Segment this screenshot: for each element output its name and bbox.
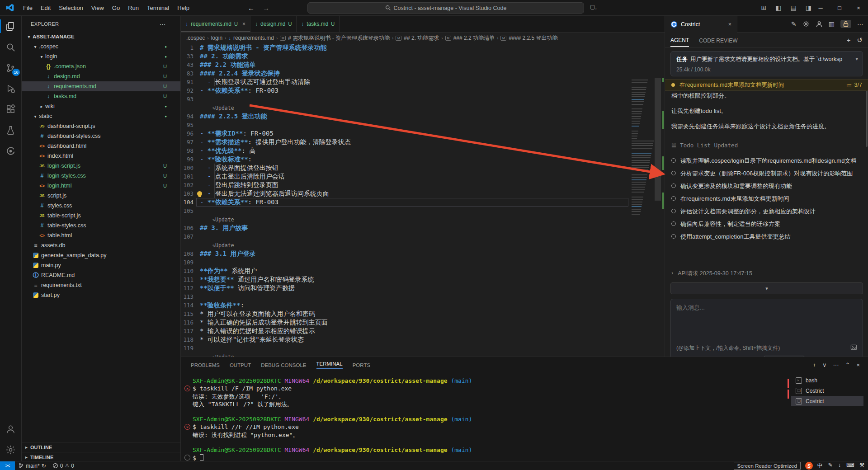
file-table.html[interactable]: <>table.html xyxy=(22,230,180,240)
file-script.js[interactable]: JSscript.js xyxy=(22,191,180,201)
todo-item[interactable]: 读取并理解.cospec/login目录下的requirements.md和de… xyxy=(671,156,858,165)
activity-testing[interactable] xyxy=(0,120,22,141)
breadcrumb-item[interactable]: .cospec xyxy=(186,35,205,41)
file-login-script.js[interactable]: JSlogin-script.jsU xyxy=(22,161,180,171)
git-branch-item[interactable]: main* ↻ xyxy=(15,461,49,470)
new-terminal-icon[interactable]: + xyxy=(812,362,816,368)
panel-tab-terminal[interactable]: TERMINAL xyxy=(316,361,343,369)
breadcrumb[interactable]: .cospec›login›↓requirements.md›M# 需求规格说明… xyxy=(181,33,665,43)
file-tasks.md[interactable]: ↓tasks.mdU xyxy=(22,91,180,101)
codelens-update-link[interactable]: ✎Update xyxy=(212,216,234,223)
toggle-panel-icon[interactable]: ▤ xyxy=(791,4,797,11)
file-.cometa.json[interactable]: {}.cometa.jsonU xyxy=(22,61,180,71)
breadcrumb-item[interactable]: requirements.md xyxy=(233,35,274,41)
file-table-styles.css[interactable]: #table-styles.css xyxy=(22,221,180,230)
customize-layout-icon[interactable]: ⊞ xyxy=(761,4,767,11)
screen-reader-button[interactable]: Screen Reader Optimized xyxy=(734,462,801,470)
menu-go[interactable]: Go xyxy=(108,3,124,13)
codelens-update-link[interactable]: ✎Update xyxy=(212,242,234,249)
file-index.html[interactable]: <>index.html xyxy=(22,151,180,161)
activity-account[interactable] xyxy=(0,418,22,439)
menu-edit[interactable]: Edit xyxy=(37,3,55,13)
sogou-ime-icon[interactable]: S xyxy=(805,462,813,470)
file-requirements.txt[interactable]: ≡requirements.txt xyxy=(22,280,180,290)
attach-image-icon[interactable] xyxy=(850,344,857,352)
tab-tasks.md[interactable]: ↓tasks.mdU xyxy=(297,16,340,32)
api-request-row[interactable]: › API请求 2025-09-30 17:47:15 xyxy=(671,270,752,277)
terminal-instance-costrict[interactable]: ❏Costrict xyxy=(791,396,863,406)
expand-collapse-bar[interactable]: ▾ xyxy=(670,282,863,294)
breadcrumb-item[interactable]: # 需求规格说明书 - 资产管理系统登录功能 xyxy=(288,34,390,42)
breadcrumb-item[interactable]: ## 2. 功能需求 xyxy=(404,34,439,42)
lock-icon[interactable] xyxy=(840,20,851,28)
panel-tab-ports[interactable]: PORTS xyxy=(353,362,370,368)
tab-code-review[interactable]: CODE REVIEW xyxy=(699,34,737,47)
menu-run[interactable]: Run xyxy=(124,3,143,13)
file-styles.css[interactable]: #styles.css xyxy=(22,201,180,211)
minimize-button[interactable]: ─ xyxy=(811,0,830,15)
terminal-instance-costrict[interactable]: ❏Costrict xyxy=(791,385,863,396)
folder-ASSET-MANAGE[interactable]: ▾ASSET-MANAGE xyxy=(22,32,180,42)
outline-section[interactable]: ▸ OUTLINE xyxy=(22,442,181,452)
file-README.md[interactable]: ⓘREADME.md xyxy=(22,270,180,280)
menu-file[interactable]: File xyxy=(19,3,37,13)
task-card[interactable]: 任务 用户更新了需求文档请更新相应的设计文档。基于 `d:\worksp ▾ 2… xyxy=(670,51,863,76)
activity-search[interactable] xyxy=(0,37,22,57)
activity-source-control[interactable]: 16 xyxy=(0,57,22,78)
ime-keyboard-icon[interactable]: ⌨ xyxy=(846,462,854,470)
account-icon[interactable] xyxy=(816,20,823,28)
costrict-panel-tab[interactable]: Costrict × xyxy=(665,16,737,33)
activity-run-debug[interactable] xyxy=(0,78,22,99)
explorer-more-actions-icon[interactable]: ⋯ xyxy=(160,20,166,28)
ime-toolbar[interactable]: 中✎↓⌨⚒ xyxy=(817,462,864,470)
activity-extensions[interactable] xyxy=(0,99,22,120)
close-panel-icon[interactable]: × xyxy=(856,362,860,368)
file-main.py[interactable]: main.py xyxy=(22,260,180,270)
folder-.cospec[interactable]: ▾.cospec● xyxy=(22,42,180,52)
breadcrumb-item[interactable]: ### 2.2 功能清单 xyxy=(453,34,495,42)
file-generatesampledata.py[interactable]: generate_sample_data.py xyxy=(22,250,180,260)
editor-content[interactable]: 91 - 长期登录状态可通过登出手动清除92- **依赖关系**: FR-003… xyxy=(181,43,665,357)
more-icon[interactable]: ⋯ xyxy=(833,362,839,368)
codelens-update-link[interactable]: ✎Update xyxy=(212,105,234,111)
file-design.md[interactable]: ↓design.mdU xyxy=(22,71,180,81)
activity-costrict[interactable] xyxy=(0,141,22,161)
tab-design.md[interactable]: ↓design.mdU xyxy=(250,16,297,32)
lightbulb-icon[interactable] xyxy=(197,191,202,196)
menu-help[interactable]: Help xyxy=(173,3,193,13)
panel-tab-debug-console[interactable]: DEBUG CONSOLE xyxy=(261,362,306,368)
command-center-search[interactable]: Costrict - asset-manage - Visual Studio … xyxy=(307,2,584,14)
ime-tools-icon[interactable]: ⚒ xyxy=(859,462,864,470)
folder-static[interactable]: ▾static● xyxy=(22,111,180,121)
folder-login[interactable]: ▾login● xyxy=(22,52,180,61)
menu-terminal[interactable]: Terminal xyxy=(143,3,173,13)
new-task-icon[interactable]: + xyxy=(847,36,851,44)
todo-item[interactable]: 在requirements.md末尾添加文档更新时间 xyxy=(671,194,858,203)
toggle-sidebar-icon[interactable]: ◧ xyxy=(775,4,781,11)
activity-settings[interactable] xyxy=(0,439,22,460)
breadcrumb-item[interactable]: login xyxy=(211,35,222,41)
tab-agent[interactable]: AGENT xyxy=(670,33,689,47)
file-requirements.md[interactable]: ↓requirements.mdU xyxy=(22,81,180,91)
file-login-styles.css[interactable]: #login-styles.cssU xyxy=(22,171,180,181)
gear-icon[interactable] xyxy=(802,20,810,28)
todo-item[interactable]: 评估设计文档需要调整的部分，更新相应的架构设计 xyxy=(671,207,858,216)
panel-tab-output[interactable]: OUTPUT xyxy=(230,362,251,368)
split-dropdown-icon[interactable]: ∨ xyxy=(822,362,827,368)
file-assets.db[interactable]: ≡assets.db xyxy=(22,240,180,250)
file-login.html[interactable]: <>login.htmlU xyxy=(22,181,180,191)
remote-indicator[interactable]: >< xyxy=(0,461,15,470)
menu-selection[interactable]: Selection xyxy=(55,3,87,13)
file-dashboard-styles.css[interactable]: #dashboard-styles.css xyxy=(22,131,180,141)
file-table-script.js[interactable]: JStable-script.js xyxy=(22,211,180,221)
layout-dropdown-icon[interactable]: ▢˯ xyxy=(590,4,597,10)
breadcrumb-item[interactable]: #### 2.2.5 登出功能 xyxy=(509,34,557,42)
current-todo-banner[interactable]: 在requirements.md末尾添加文档更新时间 ≔3/7 xyxy=(665,79,868,91)
close-icon[interactable]: × xyxy=(728,21,731,28)
panel-tab-problems[interactable]: PROBLEMS xyxy=(191,362,220,368)
folder-wiki[interactable]: ▸wiki● xyxy=(22,101,180,111)
activity-explorer[interactable] xyxy=(0,16,22,37)
more-actions-icon[interactable]: ⋯ xyxy=(857,20,863,28)
file-dashboard.html[interactable]: <>dashboard.html xyxy=(22,141,180,151)
close-button[interactable]: × xyxy=(849,0,868,15)
